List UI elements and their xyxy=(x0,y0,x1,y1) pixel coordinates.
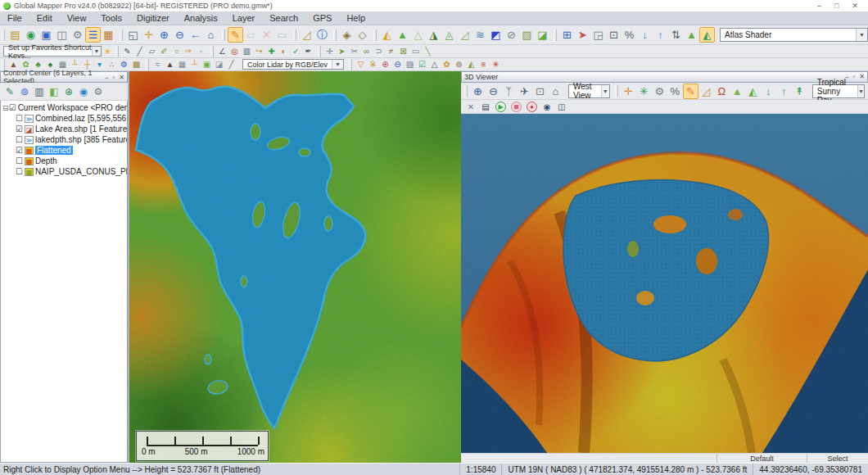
save-icon[interactable]: ▣ xyxy=(38,27,54,43)
layer-label[interactable]: Flattened xyxy=(35,146,73,155)
pause-icon[interactable]: ◼ xyxy=(511,102,522,112)
raise-water-icon[interactable]: ↑ xyxy=(653,27,668,43)
measure-angle-icon[interactable]: ∠ xyxy=(216,46,228,57)
clear-shader-icon[interactable]: ⊘ xyxy=(504,27,519,43)
layer-label[interactable]: Lake Area.shp [1 Features] xyxy=(35,124,127,133)
crop-terrain-icon[interactable]: ▨ xyxy=(519,27,535,43)
lidar-grid-icon[interactable]: ▩ xyxy=(130,59,142,70)
search-vector-icon[interactable]: ◈ xyxy=(339,27,355,43)
globe-mesh-icon[interactable]: ⊚ xyxy=(453,59,465,70)
center-view-icon[interactable]: ✛ xyxy=(621,84,636,99)
previous-view-icon[interactable]: ← xyxy=(188,27,203,43)
terrain-shader-icon[interactable]: ▲ xyxy=(395,27,410,43)
freehand-icon[interactable]: ╲ xyxy=(422,46,434,57)
vegetation-height-icon[interactable]: ↟ xyxy=(792,84,807,99)
create-circle-icon[interactable]: ○ xyxy=(170,46,183,57)
menu-item[interactable]: File xyxy=(0,12,29,24)
zoom-out-icon[interactable]: ⊖ xyxy=(486,84,501,99)
workspace-label[interactable]: Current Workspace <PRO demo.gmw> xyxy=(18,103,127,112)
map-layout-icon[interactable]: ▦ xyxy=(101,27,116,43)
record-icon[interactable]: ● xyxy=(527,102,537,112)
lidar-color-combobox[interactable]: Color Lidar by RGB/Elev ▼ xyxy=(242,59,344,70)
layer-label[interactable]: Depth xyxy=(35,156,57,165)
map-2d-view[interactable]: 0 m 500 m 1000 m xyxy=(129,71,461,463)
tools-icon[interactable]: ⚙ xyxy=(70,27,85,43)
join-lines-icon[interactable]: ⊃ xyxy=(373,46,385,57)
attribute-comb-icon[interactable]: ▥ xyxy=(241,46,253,57)
mini-terrain-icon[interactable]: ▲ xyxy=(684,27,699,43)
blend-terrain-icon[interactable]: ◬ xyxy=(441,27,457,43)
transparency-icon[interactable]: % xyxy=(667,84,683,99)
home-view-icon[interactable]: ⌂ xyxy=(548,84,563,99)
metadata-icon[interactable]: ⊚ xyxy=(17,84,32,99)
slope-direction-icon[interactable]: ◿ xyxy=(457,27,472,43)
noise-burst-icon[interactable]: ✳ xyxy=(490,59,502,70)
measure-3d-icon[interactable]: ◿ xyxy=(698,84,714,99)
pan-icon[interactable]: ✛ xyxy=(141,27,156,43)
online-data-icon[interactable]: ◉ xyxy=(23,27,38,43)
unlink-icon[interactable]: ≠ xyxy=(385,46,397,57)
delete-feature-icon[interactable]: ✕ xyxy=(259,27,274,43)
zoom-in-icon[interactable]: ⊕ xyxy=(470,84,486,99)
sweep-tool-icon[interactable]: ╱ xyxy=(225,59,237,70)
sky-preset-combobox[interactable]: Tropical Sunny Day ▼ xyxy=(812,84,865,98)
edit-vertex-icon[interactable]: ✚ xyxy=(265,46,278,57)
path-profile-icon[interactable]: ⇅ xyxy=(668,27,684,43)
paint-style-icon[interactable]: ◐ xyxy=(278,46,290,57)
favorites-icon[interactable]: ★ xyxy=(102,46,114,57)
control-center-header[interactable]: Control Center (6 Layers, 1 Selected) – … xyxy=(0,71,128,83)
grid-sample-icon[interactable]: ▨ xyxy=(404,59,416,70)
layer-row[interactable]: ☐ ≫ Combined.laz [5,595,556 Features, 25… xyxy=(2,113,127,124)
tin-triangle-icon[interactable]: △ xyxy=(428,59,441,70)
create-elevation-grid-icon[interactable]: ▲ xyxy=(164,59,176,70)
open-file-icon[interactable]: ▤ xyxy=(7,27,23,43)
favorites-combobox[interactable]: Set up Favorites Shortcut Keys... ▼ xyxy=(3,46,102,57)
apply-check-icon[interactable]: ✓ xyxy=(290,46,302,57)
viewer-3d-tool[interactable]: Select xyxy=(807,454,868,463)
layer-label[interactable]: Combined.laz [5,595,556 Features, 258 xyxy=(35,114,127,123)
menu-item[interactable]: Layer xyxy=(225,12,263,24)
classify-noise-icon[interactable]: ∴ xyxy=(106,59,118,70)
terrain-pair-icon[interactable]: ◭ xyxy=(745,84,761,99)
create-rectangle-icon[interactable]: ✐ xyxy=(158,46,170,57)
control-center-icon[interactable]: ☰ xyxy=(85,27,101,43)
snapshot-icon[interactable]: ◫ xyxy=(555,101,568,113)
workspace-root-row[interactable]: ⊟ ☑ Current Workspace <PRO demo.gmw> xyxy=(2,102,127,113)
full-view-icon[interactable]: ⌂ xyxy=(203,27,219,43)
target-point-icon[interactable]: ◎ xyxy=(228,46,241,57)
move-map-icon[interactable]: ✛ xyxy=(323,46,336,57)
slope-shader-icon[interactable]: ◮ xyxy=(426,27,441,43)
elevation-map-canvas[interactable] xyxy=(129,71,461,463)
menu-item[interactable]: Tools xyxy=(93,12,129,24)
offset-vector-icon[interactable]: ➤ xyxy=(336,46,348,57)
raise-water-icon[interactable]: ↑ xyxy=(776,84,792,99)
layer-checkbox[interactable]: ☐ xyxy=(16,156,23,165)
transparency-icon[interactable]: % xyxy=(622,27,637,43)
panel-close-button[interactable]: ✕ xyxy=(119,74,124,81)
menu-item[interactable]: Digitizer xyxy=(129,12,177,24)
layer-checkbox[interactable]: ☐ xyxy=(16,135,23,144)
search-address-icon[interactable]: ◇ xyxy=(355,27,370,43)
layer-label[interactable]: NAIP_USDA_CONUS_PRIME xyxy=(35,167,127,176)
module-icon[interactable]: ◪ xyxy=(213,59,225,70)
digitizer-tool-icon[interactable]: ✎ xyxy=(228,27,243,43)
filter-lidar-icon[interactable]: ▽ xyxy=(355,59,367,70)
tree-expander-icon[interactable]: ⊟ xyxy=(2,104,9,112)
axes-icon[interactable]: ✳ xyxy=(636,84,652,99)
link-features-icon[interactable]: ∞ xyxy=(360,46,373,57)
terrain-detail-icon[interactable]: ▲ xyxy=(730,84,745,99)
menu-item[interactable]: Edit xyxy=(29,12,60,24)
maximize-button[interactable]: □ xyxy=(834,2,839,10)
menu-item[interactable]: Analysis xyxy=(177,12,225,24)
workspace-checkbox[interactable]: ☑ xyxy=(9,103,16,112)
menu-item[interactable]: Search xyxy=(262,12,305,24)
layer-row[interactable]: ☑ ◪ Lake Area.shp [1 Features] xyxy=(2,124,127,134)
fly-to-icon[interactable]: ➤ xyxy=(575,27,590,43)
cut-feature-icon[interactable]: ✂ xyxy=(348,46,360,57)
zoom-to-layer-icon[interactable]: ⊕ xyxy=(61,84,76,99)
contour-gen-icon[interactable]: ◭ xyxy=(465,59,477,70)
contour-icon[interactable]: ≋ xyxy=(472,27,488,43)
spike-removal-icon[interactable]: ┴ xyxy=(188,59,201,70)
layer-checkbox[interactable]: ☑ xyxy=(16,146,23,155)
snap-toggle-icon[interactable]: ◦ xyxy=(195,46,207,57)
